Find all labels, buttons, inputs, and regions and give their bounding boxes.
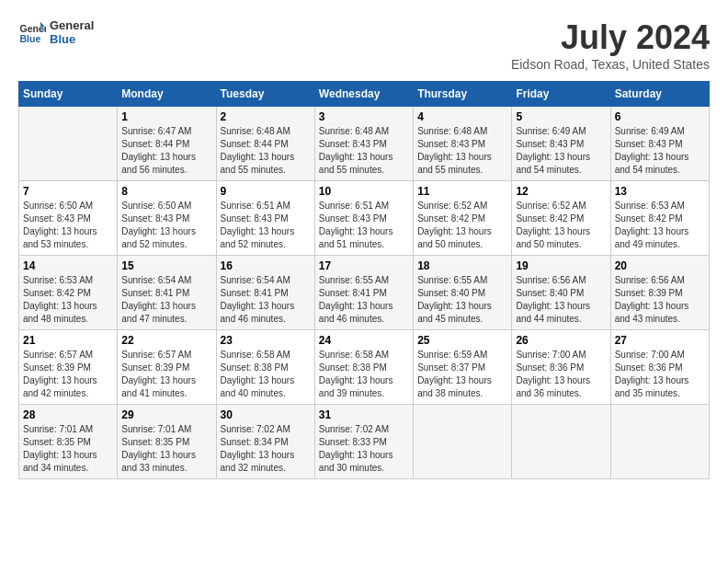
day-of-week-header: Tuesday: [216, 82, 314, 107]
day-number: 17: [319, 259, 409, 272]
day-number: 18: [417, 259, 507, 272]
cell-info: Sunrise: 6:54 AMSunset: 8:41 PMDaylight:…: [121, 274, 211, 326]
cell-info: Sunrise: 6:58 AMSunset: 8:38 PMDaylight:…: [319, 349, 409, 400]
cell-info: Sunrise: 6:51 AMSunset: 8:43 PMDaylight:…: [221, 200, 311, 251]
page-header: General Blue General Blue July 2024 Eids…: [18, 18, 710, 72]
cell-info: Sunrise: 7:02 AMSunset: 8:33 PMDaylight:…: [319, 423, 409, 475]
title-block: July 2024 Eidson Road, Texas, United Sta…: [511, 18, 710, 72]
calendar-cell: 9Sunrise: 6:51 AMSunset: 8:43 PMDaylight…: [216, 181, 314, 256]
svg-text:Blue: Blue: [20, 33, 41, 44]
cell-info: Sunrise: 6:52 AMSunset: 8:42 PMDaylight:…: [516, 200, 606, 251]
day-of-week-header: Wednesday: [314, 82, 413, 107]
cell-info: Sunrise: 6:49 AMSunset: 8:43 PMDaylight:…: [516, 125, 606, 177]
day-of-week-header: Friday: [512, 82, 610, 107]
calendar-cell: 27Sunrise: 7:00 AMSunset: 8:36 PMDayligh…: [610, 330, 709, 405]
cell-info: Sunrise: 6:51 AMSunset: 8:43 PMDaylight:…: [319, 200, 409, 251]
cell-info: Sunrise: 6:48 AMSunset: 8:43 PMDaylight:…: [417, 125, 507, 177]
day-number: 2: [221, 110, 311, 123]
calendar-cell: 1Sunrise: 6:47 AMSunset: 8:44 PMDaylight…: [118, 107, 216, 181]
location: Eidson Road, Texas, United States: [511, 57, 710, 72]
day-number: 21: [23, 334, 113, 347]
logo-icon: General Blue: [18, 18, 46, 46]
day-number: 3: [319, 110, 409, 123]
calendar-cell: 20Sunrise: 6:56 AMSunset: 8:39 PMDayligh…: [610, 256, 709, 330]
calendar-cell: 28Sunrise: 7:01 AMSunset: 8:35 PMDayligh…: [19, 405, 118, 479]
calendar-cell: 23Sunrise: 6:58 AMSunset: 8:38 PMDayligh…: [216, 330, 314, 405]
calendar-cell: 12Sunrise: 6:52 AMSunset: 8:42 PMDayligh…: [512, 181, 610, 256]
cell-info: Sunrise: 6:56 AMSunset: 8:39 PMDaylight:…: [615, 274, 705, 326]
day-number: 5: [516, 110, 606, 123]
calendar-cell: 25Sunrise: 6:59 AMSunset: 8:37 PMDayligh…: [414, 330, 512, 405]
cell-info: Sunrise: 7:02 AMSunset: 8:34 PMDaylight:…: [221, 423, 311, 475]
logo-blue: Blue: [50, 32, 94, 46]
logo: General Blue General Blue: [18, 18, 94, 46]
calendar-week-row: 1Sunrise: 6:47 AMSunset: 8:44 PMDaylight…: [19, 107, 710, 181]
calendar-week-row: 14Sunrise: 6:53 AMSunset: 8:42 PMDayligh…: [19, 256, 710, 330]
day-number: 16: [221, 259, 311, 272]
cell-info: Sunrise: 7:01 AMSunset: 8:35 PMDaylight:…: [23, 423, 113, 475]
cell-info: Sunrise: 6:55 AMSunset: 8:41 PMDaylight:…: [319, 274, 409, 326]
day-number: 25: [417, 334, 507, 347]
calendar-cell: 2Sunrise: 6:48 AMSunset: 8:44 PMDaylight…: [216, 107, 314, 181]
day-number: 9: [221, 185, 311, 198]
cell-info: Sunrise: 6:49 AMSunset: 8:43 PMDaylight:…: [615, 125, 705, 177]
cell-info: Sunrise: 6:47 AMSunset: 8:44 PMDaylight:…: [121, 125, 211, 177]
day-number: 20: [615, 259, 705, 272]
calendar-header-row: SundayMondayTuesdayWednesdayThursdayFrid…: [19, 82, 710, 107]
day-number: 12: [516, 185, 606, 198]
day-of-week-header: Saturday: [610, 82, 709, 107]
day-number: 29: [121, 408, 211, 421]
day-number: 27: [615, 334, 705, 347]
day-number: 7: [23, 185, 113, 198]
day-of-week-header: Monday: [118, 82, 216, 107]
day-number: 8: [121, 185, 211, 198]
calendar-cell: 5Sunrise: 6:49 AMSunset: 8:43 PMDaylight…: [512, 107, 610, 181]
calendar-cell: [610, 405, 709, 479]
calendar-cell: 21Sunrise: 6:57 AMSunset: 8:39 PMDayligh…: [19, 330, 118, 405]
cell-info: Sunrise: 6:54 AMSunset: 8:41 PMDaylight:…: [221, 274, 311, 326]
calendar-cell: 22Sunrise: 6:57 AMSunset: 8:39 PMDayligh…: [118, 330, 216, 405]
calendar-cell: 16Sunrise: 6:54 AMSunset: 8:41 PMDayligh…: [216, 256, 314, 330]
cell-info: Sunrise: 6:59 AMSunset: 8:37 PMDaylight:…: [417, 349, 507, 400]
cell-info: Sunrise: 6:58 AMSunset: 8:38 PMDaylight:…: [221, 349, 311, 400]
day-number: 6: [615, 110, 705, 123]
day-number: 22: [121, 334, 211, 347]
cell-info: Sunrise: 6:57 AMSunset: 8:39 PMDaylight:…: [23, 349, 113, 400]
logo-general: General: [50, 18, 94, 32]
day-number: 30: [221, 408, 311, 421]
day-number: 26: [516, 334, 606, 347]
day-number: 19: [516, 259, 606, 272]
cell-info: Sunrise: 6:48 AMSunset: 8:44 PMDaylight:…: [221, 125, 311, 177]
calendar-cell: 24Sunrise: 6:58 AMSunset: 8:38 PMDayligh…: [314, 330, 413, 405]
day-number: 1: [121, 110, 211, 123]
cell-info: Sunrise: 6:53 AMSunset: 8:42 PMDaylight:…: [615, 200, 705, 251]
calendar-cell: 10Sunrise: 6:51 AMSunset: 8:43 PMDayligh…: [314, 181, 413, 256]
day-number: 14: [23, 259, 113, 272]
day-number: 13: [615, 185, 705, 198]
cell-info: Sunrise: 6:48 AMSunset: 8:43 PMDaylight:…: [319, 125, 409, 177]
calendar-cell: 13Sunrise: 6:53 AMSunset: 8:42 PMDayligh…: [610, 181, 709, 256]
day-number: 10: [319, 185, 409, 198]
cell-info: Sunrise: 6:53 AMSunset: 8:42 PMDaylight:…: [23, 274, 113, 326]
calendar-table: SundayMondayTuesdayWednesdayThursdayFrid…: [18, 81, 710, 479]
calendar-cell: 8Sunrise: 6:50 AMSunset: 8:43 PMDaylight…: [118, 181, 216, 256]
cell-info: Sunrise: 7:01 AMSunset: 8:35 PMDaylight:…: [121, 423, 211, 475]
cell-info: Sunrise: 7:00 AMSunset: 8:36 PMDaylight:…: [615, 349, 705, 400]
calendar-cell: 19Sunrise: 6:56 AMSunset: 8:40 PMDayligh…: [512, 256, 610, 330]
day-number: 24: [319, 334, 409, 347]
calendar-week-row: 28Sunrise: 7:01 AMSunset: 8:35 PMDayligh…: [19, 405, 710, 479]
calendar-week-row: 7Sunrise: 6:50 AMSunset: 8:43 PMDaylight…: [19, 181, 710, 256]
calendar-cell: 14Sunrise: 6:53 AMSunset: 8:42 PMDayligh…: [19, 256, 118, 330]
day-number: 31: [319, 408, 409, 421]
calendar-cell: [19, 107, 118, 181]
day-number: 23: [221, 334, 311, 347]
calendar-cell: 11Sunrise: 6:52 AMSunset: 8:42 PMDayligh…: [414, 181, 512, 256]
calendar-cell: 6Sunrise: 6:49 AMSunset: 8:43 PMDaylight…: [610, 107, 709, 181]
cell-info: Sunrise: 6:55 AMSunset: 8:40 PMDaylight:…: [417, 274, 507, 326]
cell-info: Sunrise: 6:50 AMSunset: 8:43 PMDaylight:…: [121, 200, 211, 251]
calendar-cell: 30Sunrise: 7:02 AMSunset: 8:34 PMDayligh…: [216, 405, 314, 479]
day-of-week-header: Sunday: [19, 82, 118, 107]
calendar-cell: 18Sunrise: 6:55 AMSunset: 8:40 PMDayligh…: [414, 256, 512, 330]
calendar-cell: 7Sunrise: 6:50 AMSunset: 8:43 PMDaylight…: [19, 181, 118, 256]
cell-info: Sunrise: 6:56 AMSunset: 8:40 PMDaylight:…: [516, 274, 606, 326]
